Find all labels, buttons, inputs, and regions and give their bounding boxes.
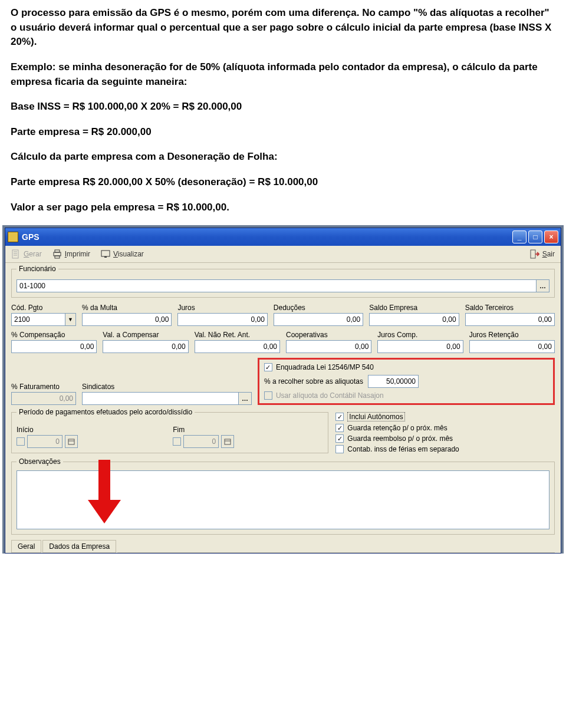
highlight-box: ✓ Enquadrada Lei 12546/MP 540 % a recolh… (258, 358, 555, 405)
svg-rect-6 (55, 256, 60, 258)
enquadrada-label: Enquadrada Lei 12546/MP 540 (276, 363, 374, 371)
deducoes-input[interactable]: 0,00 (274, 313, 363, 326)
svg-rect-10 (68, 439, 74, 444)
multa-input[interactable]: 0,00 (82, 313, 172, 326)
inicio-input: 0 (27, 435, 62, 448)
recolher-label: % a recolher sobre as aliquotas (264, 377, 363, 386)
enquadrada-checkbox[interactable]: ✓ (264, 363, 272, 371)
app-icon (8, 232, 18, 242)
tab-geral[interactable]: Geral (11, 540, 41, 553)
gps-window: GPS _ □ × Gerar Imprimir Visualizar Sair… (5, 228, 561, 554)
faturamento-input: 0,00 (11, 392, 76, 405)
paragraph-6: Parte empresa R$ 20.000,00 X 50% (desone… (11, 175, 555, 190)
titlebar[interactable]: GPS _ □ × (5, 228, 561, 246)
usar-contabil-checkbox (264, 391, 272, 400)
juros-comp-input[interactable]: 0,00 (377, 340, 463, 353)
val-compensar-input[interactable]: 0,00 (103, 340, 188, 353)
svg-rect-12 (225, 439, 231, 444)
close-button[interactable]: × (544, 230, 558, 243)
funcionario-browse-button[interactable]: … (537, 279, 549, 292)
cod-pgto-dropdown[interactable]: ▼ (65, 313, 76, 326)
observacoes-textarea[interactable] (17, 470, 549, 529)
juros-retencao-label: Juros Retenção (469, 331, 555, 339)
paragraph-4: Parte empresa = R$ 20.000,00 (11, 125, 555, 140)
val-nao-ret-input[interactable]: 0,00 (195, 340, 280, 353)
periodo-group-label: Período de pagamentos efetuados pelo aco… (17, 408, 195, 416)
guarda-retencao-checkbox[interactable]: ✓ (335, 424, 344, 432)
guarda-retencao-label: Guarda retenção p/ o próx. mês (347, 424, 447, 432)
svg-rect-9 (531, 250, 535, 258)
paragraph-7: Valor a ser pago pela empresa = R$ 10.00… (11, 200, 555, 215)
svg-rect-4 (54, 252, 61, 256)
saldo-terceiros-label: Saldo Terceiros (465, 304, 555, 312)
visualizar-button[interactable]: Visualizar (101, 249, 144, 259)
compensacao-label: % Compensação (11, 331, 97, 339)
juros-comp-label: Juros Comp. (377, 331, 463, 339)
svg-rect-8 (104, 256, 107, 258)
tab-dados-empresa[interactable]: Dados da Empresa (42, 540, 116, 553)
contab-inss-checkbox[interactable] (335, 445, 344, 453)
juros-label: Juros (177, 304, 267, 312)
calendar-icon (224, 438, 231, 445)
svg-rect-7 (101, 251, 110, 256)
cod-pgto-label: Cód. Pgto (11, 304, 76, 312)
periodo-group: Período de pagamentos efetuados pelo aco… (11, 412, 328, 453)
saldo-terceiros-input[interactable]: 0,00 (465, 313, 555, 326)
multa-label: % da Multa (82, 304, 172, 312)
recolher-input[interactable]: 50,00000 (368, 375, 419, 388)
tabbar: Geral Dados da Empresa (5, 540, 561, 553)
guarda-reembolso-label: Guarda reembolso p/ o próx. mês (347, 434, 453, 443)
val-nao-ret-label: Val. Não Ret. Ant. (195, 331, 280, 339)
cooperativas-input[interactable]: 0,00 (286, 340, 371, 353)
guarda-reembolso-checkbox[interactable]: ✓ (335, 434, 344, 443)
saldo-empresa-label: Saldo Empresa (369, 304, 459, 312)
observacoes-group: Observações (11, 462, 555, 535)
paragraph-2: Exemplo: se minha desoneração for de 50%… (11, 60, 555, 89)
fim-label: Fim (173, 426, 323, 434)
toolbar: Gerar Imprimir Visualizar Sair (5, 246, 561, 263)
maximize-button[interactable]: □ (528, 230, 542, 243)
cod-pgto-input[interactable]: 2100 (11, 313, 65, 326)
sindicatos-label: Sindicatos (82, 383, 252, 391)
paragraph-3: Base INSS = R$ 100.000,00 X 20% = R$ 20.… (11, 100, 555, 114)
funcionario-group: Funcionário 01-1000 … (11, 269, 555, 298)
cooperativas-label: Cooperativas (286, 331, 371, 339)
svg-rect-0 (12, 250, 18, 258)
inicio-checkbox (17, 437, 25, 446)
monitor-icon (101, 249, 110, 259)
minimize-button[interactable]: _ (512, 230, 526, 243)
print-icon (52, 249, 62, 259)
fim-input: 0 (183, 435, 219, 448)
inclui-autonomos-checkbox[interactable]: ✓ (335, 413, 344, 421)
saldo-empresa-input[interactable]: 0,00 (369, 313, 459, 326)
inclui-autonomos-label: Inclui Autônomos (347, 412, 404, 421)
inicio-date-button[interactable] (65, 435, 78, 448)
deducoes-label: Deduções (274, 304, 363, 312)
fim-checkbox (173, 437, 181, 446)
gerar-button: Gerar (11, 249, 42, 259)
val-compensar-label: Val. a Compensar (103, 331, 188, 339)
compensacao-input[interactable]: 0,00 (11, 340, 97, 353)
document-icon (11, 249, 21, 259)
exit-icon (530, 249, 539, 259)
calendar-icon (68, 438, 75, 445)
juros-retencao-input[interactable]: 0,00 (469, 340, 555, 353)
sindicatos-browse-button[interactable]: … (239, 392, 252, 405)
observacoes-group-label: Observações (17, 457, 63, 466)
sair-button[interactable]: Sair (530, 249, 555, 259)
svg-rect-5 (55, 250, 60, 252)
paragraph-5: Cálculo da parte empresa com a Desoneraç… (11, 150, 555, 164)
window-title: GPS (22, 232, 512, 242)
faturamento-label: % Faturamento (11, 383, 76, 391)
contab-inss-label: Contab. inss de férias em separado (347, 445, 459, 453)
document-body: O processo para emissão da GPS é o mesmo… (0, 0, 566, 215)
sindicatos-input[interactable] (82, 392, 239, 405)
juros-input[interactable]: 0,00 (177, 313, 267, 326)
usar-contabil-label: Usar alíquota do Contábil Nasajon (276, 391, 384, 400)
inicio-label: Início (17, 426, 167, 434)
funcionario-input[interactable]: 01-1000 (17, 279, 537, 292)
funcionario-group-label: Funcionário (17, 265, 58, 273)
paragraph-1: O processo para emissão da GPS é o mesmo… (11, 6, 555, 50)
fim-date-button[interactable] (221, 435, 234, 448)
imprimir-button[interactable]: Imprimir (52, 249, 90, 259)
